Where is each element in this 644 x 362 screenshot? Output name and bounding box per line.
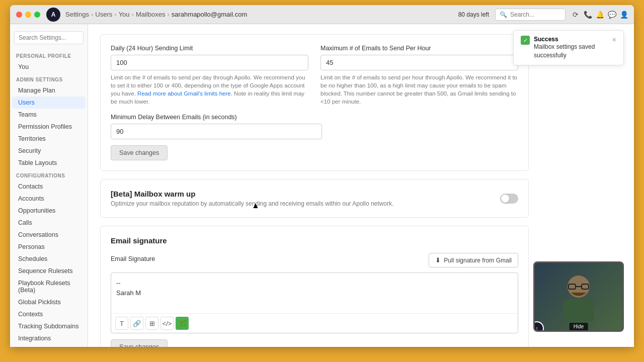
sidebar-item-tracking-subdomains-label: Tracking Subdomains <box>18 323 78 330</box>
code-icon: </> <box>163 320 172 327</box>
sidebar-item-teams-label: Teams <box>18 111 37 118</box>
sidebar-item-integrations-label: Integrations <box>18 335 51 342</box>
sidebar-item-personas[interactable]: Personas <box>12 241 86 253</box>
sidebar-item-integrations[interactable]: Integrations <box>12 332 86 344</box>
min-delay-label: Minimum Delay Between Emails (in seconds… <box>111 114 518 121</box>
sidebar-item-calls[interactable]: Calls <box>12 217 86 229</box>
close-button[interactable] <box>16 12 22 18</box>
breadcrumb: Settings › Users › You › Mailboxes › sar… <box>65 11 247 18</box>
sidebar-item-territories[interactable]: Territories <box>12 133 86 145</box>
sidebar-item-accounts[interactable]: Accounts <box>12 193 86 205</box>
gmail-limits-link[interactable]: Read more about Gmail's limits here <box>137 90 231 97</box>
configurations-section-label: CONFIGURATIONS <box>10 169 88 180</box>
max-per-hour-input[interactable] <box>320 55 518 70</box>
sidebar-item-schedules[interactable]: Schedules <box>12 253 86 265</box>
signature-line1: -- <box>116 278 513 288</box>
toggle-knob <box>501 195 509 203</box>
toast-message: Mailbox settings saved successfully <box>534 43 608 60</box>
sending-limit-card: Daily (24 Hour) Sending Limit Limit on t… <box>100 34 529 171</box>
daily-limit-input[interactable] <box>111 55 308 70</box>
pull-signature-label: Pull signature from Gmail <box>444 257 512 264</box>
min-delay-input[interactable] <box>111 124 322 139</box>
sidebar-item-conversations[interactable]: Conversations <box>12 229 86 241</box>
signature-save-button[interactable]: Save changes <box>111 339 168 347</box>
breadcrumb-email: sarahmapollo@gmail.com <box>172 11 247 18</box>
sending-limit-save-button[interactable]: Save changes <box>111 145 168 160</box>
hide-video-button[interactable]: Hide <box>570 323 588 330</box>
sidebar-item-contacts-label: Contacts <box>18 183 43 190</box>
sidebar-item-global-picklists[interactable]: Global Picklists <box>12 296 86 308</box>
sidebar-item-users[interactable]: Users <box>12 97 86 109</box>
emoji-icon: 🌿 <box>178 319 187 327</box>
nav-icon-3[interactable]: 🔔 <box>596 11 604 19</box>
nav-icon-4[interactable]: 💬 <box>608 11 616 19</box>
search-input[interactable] <box>510 11 560 18</box>
sidebar-item-personas-label: Personas <box>18 243 45 250</box>
sidebar-item-accounts-label: Accounts <box>18 195 44 202</box>
sidebar-item-table-layouts-label: Table Layouts <box>18 159 57 166</box>
nav-icon-1[interactable]: ⟳ <box>572 11 580 19</box>
sidebar-item-contacts[interactable]: Contacts <box>12 180 86 193</box>
sidebar-item-playbook-rulesets[interactable]: Playbook Rulesets (Beta) <box>12 277 86 296</box>
mailbox-warmup-title: [Beta] Mailbox warm up <box>111 190 393 198</box>
sidebar-item-territories-label: Territories <box>18 135 46 142</box>
toast-title: Success <box>534 36 608 43</box>
breadcrumb-mailboxes[interactable]: Mailboxes <box>136 11 166 18</box>
sidebar-item-global-picklists-label: Global Picklists <box>18 299 61 306</box>
sidebar-item-contexts[interactable]: Contexts <box>12 308 86 320</box>
pull-signature-button[interactable]: ⬇ Pull signature from Gmail <box>429 253 518 267</box>
maximize-button[interactable] <box>34 12 40 18</box>
sidebar-item-permission-profiles-label: Permission Profiles <box>18 123 72 130</box>
sidebar-item-you-label: You <box>18 63 29 70</box>
sidebar-item-prospecting-config[interactable]: Prospecting Config <box>12 344 86 347</box>
sidebar-item-users-label: Users <box>18 99 35 106</box>
sidebar: PERSONAL PROFILE You ADMIN SETTINGS Mana… <box>10 24 88 347</box>
email-signature-label: Email Signature <box>111 255 155 262</box>
email-signature-card: Email signature Email Signature ⬇ Pull s… <box>100 226 529 347</box>
breadcrumb-settings[interactable]: Settings <box>65 11 89 18</box>
toolbar-image-button[interactable]: ⊞ <box>145 317 158 330</box>
video-thumbnail: ↑ Hide <box>533 261 624 332</box>
sidebar-item-you[interactable]: You <box>12 61 86 73</box>
signature-text[interactable]: -- Sarah M <box>111 273 518 313</box>
toast-close-button[interactable]: × <box>612 36 616 44</box>
toast-check-icon: ✓ <box>521 36 530 45</box>
email-signature-section-title: Email signature <box>111 236 518 245</box>
minimize-button[interactable] <box>25 12 31 18</box>
toolbar-link-button[interactable]: 🔗 <box>130 317 143 330</box>
nav-icon-5[interactable]: 👤 <box>620 11 628 19</box>
sidebar-item-security-label: Security <box>18 147 41 154</box>
sidebar-item-opportunities[interactable]: Opportunities <box>12 205 86 217</box>
breadcrumb-you[interactable]: You <box>119 11 130 18</box>
breadcrumb-users[interactable]: Users <box>95 11 112 18</box>
svg-rect-1 <box>564 299 594 322</box>
sidebar-item-schedules-label: Schedules <box>18 255 47 262</box>
mailbox-warmup-toggle[interactable] <box>500 194 518 204</box>
apollo-logo: A <box>46 8 60 22</box>
link-icon: 🔗 <box>133 320 141 327</box>
toolbar-emoji-button[interactable]: 🌿 <box>176 317 189 330</box>
sidebar-item-sequence-rulesets[interactable]: Sequence Rulesets <box>12 265 86 277</box>
toolbar-text-button[interactable]: T <box>115 317 128 330</box>
gmail-icon: ⬇ <box>435 256 441 264</box>
max-per-hour-help: Limit on the # of emails to send per hou… <box>320 73 518 106</box>
nav-icon-2[interactable]: 📞 <box>584 11 592 19</box>
person-silhouette <box>558 272 599 322</box>
text-format-icon: T <box>120 320 124 327</box>
personal-profile-section-label: PERSONAL PROFILE <box>10 49 88 61</box>
global-search[interactable]: 🔍 <box>495 9 566 21</box>
sidebar-item-table-layouts[interactable]: Table Layouts <box>12 157 86 169</box>
days-left: 80 days left <box>458 11 489 18</box>
admin-settings-section-label: ADMIN SETTINGS <box>10 73 88 84</box>
daily-limit-label: Daily (24 Hour) Sending Limit <box>111 45 308 52</box>
sidebar-item-playbook-rulesets-label: Playbook Rulesets (Beta) <box>18 280 79 294</box>
daily-limit-help: Limit on the # of emails to send per day… <box>111 73 308 106</box>
sidebar-item-teams[interactable]: Teams <box>12 109 86 121</box>
sidebar-item-tracking-subdomains[interactable]: Tracking Subdomains <box>12 320 86 332</box>
sidebar-item-manage-plan[interactable]: Manage Plan <box>12 84 86 97</box>
sidebar-item-security[interactable]: Security <box>12 145 86 157</box>
sidebar-item-permission-profiles[interactable]: Permission Profiles <box>12 121 86 133</box>
sidebar-search-input[interactable] <box>14 31 84 44</box>
toolbar-code-button[interactable]: </> <box>160 317 174 330</box>
search-icon: 🔍 <box>500 11 507 18</box>
